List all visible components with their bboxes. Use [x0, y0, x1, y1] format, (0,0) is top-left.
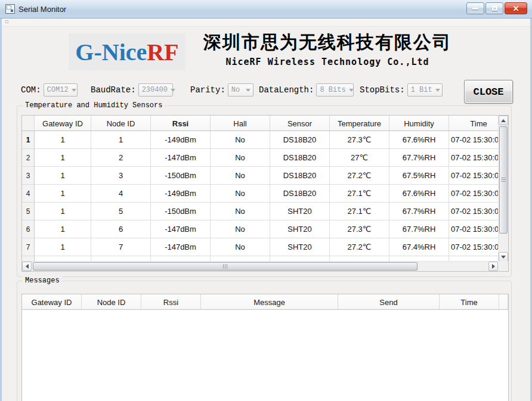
datalength-select[interactable]: 8 Bits: [316, 83, 354, 97]
title-bar[interactable]: Serial Monitor ✕: [0, 0, 532, 18]
table-cell[interactable]: SHT20: [270, 238, 330, 256]
table-row[interactable]: 616-147dBmNoSHT2027.3℃67.7%RH07-02 15:30…: [22, 220, 498, 238]
table-cell[interactable]: -150dBm: [151, 203, 211, 220]
table-cell[interactable]: DS18B20: [270, 131, 330, 149]
table-cell[interactable]: -147dBm: [151, 238, 211, 256]
column-header-temperature[interactable]: Temperature: [330, 116, 389, 131]
table-row[interactable]: 515-150dBmNoSHT2027.1℃67.7%RH07-02 15:30…: [22, 203, 498, 220]
stopbits-select[interactable]: 1 Bit: [407, 83, 443, 97]
table-cell[interactable]: No: [211, 167, 270, 185]
table-cell[interactable]: 1: [91, 131, 151, 149]
table-cell[interactable]: 07-02 15:30:07: [449, 203, 498, 220]
table-cell[interactable]: 27.2℃: [330, 167, 389, 185]
row-number[interactable]: 3: [22, 167, 35, 185]
vertical-scroll-thumb[interactable]: [499, 126, 508, 234]
table-cell[interactable]: -147dBm: [151, 149, 211, 167]
table-cell[interactable]: DS18B20: [270, 185, 330, 203]
baudrate-select[interactable]: 230400: [138, 83, 173, 97]
row-number[interactable]: 2: [22, 149, 35, 167]
table-cell[interactable]: 2: [91, 149, 151, 167]
table-row[interactable]: 414-149dBmNoDS18B2027.1℃67.6%RH07-02 15:…: [22, 185, 498, 203]
table-cell[interactable]: 1: [35, 185, 91, 203]
table-cell[interactable]: 1: [35, 167, 91, 185]
column-header-node-id[interactable]: Node ID: [91, 116, 151, 131]
table-cell[interactable]: DS18B20: [270, 149, 330, 167]
column-header-time[interactable]: Time: [449, 116, 498, 131]
column-header-sensor[interactable]: Sensor: [270, 116, 330, 131]
table-cell[interactable]: -150dBm: [151, 167, 211, 185]
scroll-left-button[interactable]: [22, 262, 32, 271]
table-cell[interactable]: 5: [91, 203, 151, 220]
column-header-node-id[interactable]: Node ID: [82, 294, 141, 310]
close-port-button[interactable]: CLOSE: [464, 80, 513, 104]
table-cell[interactable]: SHT20: [270, 203, 330, 220]
table-cell[interactable]: 67.5%RH: [389, 167, 449, 185]
table-cell[interactable]: 27.1℃: [330, 203, 389, 220]
column-header-gateway-id[interactable]: Gateway ID: [35, 116, 91, 131]
table-cell[interactable]: 27.2℃: [330, 238, 389, 256]
table-cell[interactable]: No: [211, 185, 270, 203]
table-row[interactable]: 212-147dBmNoDS18B2027℃67.7%RH07-02 15:30…: [22, 149, 498, 167]
row-number[interactable]: 6: [22, 220, 35, 238]
com-port-select[interactable]: COM12: [44, 83, 78, 97]
table-row[interactable]: 111-149dBmNoDS18B2027.3℃67.6%RH07-02 15:…: [22, 131, 498, 149]
table-cell[interactable]: DS18B20: [270, 167, 330, 185]
table-cell[interactable]: 07-02 15:30:05: [449, 167, 498, 185]
table-cell[interactable]: 07-02 15:30:09: [449, 238, 498, 256]
table-cell[interactable]: 1: [35, 238, 91, 256]
scroll-right-button[interactable]: [488, 262, 498, 271]
table-cell[interactable]: 27.3℃: [330, 220, 389, 238]
table-cell[interactable]: No: [211, 203, 270, 220]
minimize-button[interactable]: [466, 2, 484, 14]
horizontal-scrollbar[interactable]: [22, 261, 498, 271]
table-cell[interactable]: 1: [35, 149, 91, 167]
maximize-button[interactable]: [485, 2, 503, 14]
column-header-gateway-id[interactable]: Gateway ID: [22, 294, 82, 310]
row-number[interactable]: 4: [22, 185, 35, 203]
table-cell[interactable]: No: [211, 149, 270, 167]
table-cell[interactable]: 27.1℃: [330, 185, 389, 203]
table-cell[interactable]: No: [211, 220, 270, 238]
horizontal-scroll-thumb[interactable]: [33, 262, 417, 271]
table-cell[interactable]: 67.6%RH: [389, 185, 449, 203]
table-row[interactable]: 717-147dBmNoSHT2027.2℃67.4%RH07-02 15:30…: [22, 238, 498, 256]
vertical-scrollbar[interactable]: [498, 116, 508, 262]
table-cell[interactable]: 6: [91, 220, 151, 238]
column-header-message[interactable]: Message: [201, 294, 338, 310]
table-cell[interactable]: 1: [35, 131, 91, 149]
row-number[interactable]: 1: [22, 131, 35, 149]
table-cell[interactable]: 1: [35, 220, 91, 238]
table-cell[interactable]: 07-02 15:30:03: [449, 131, 498, 149]
table-cell[interactable]: 27℃: [330, 149, 389, 167]
column-header-humidity[interactable]: Humidity: [389, 116, 449, 131]
table-cell[interactable]: 07-02 15:30:06: [449, 185, 498, 203]
table-cell[interactable]: 27.3℃: [330, 131, 389, 149]
column-header-time[interactable]: Time: [440, 294, 499, 310]
column-header-rssi[interactable]: Rssi: [151, 116, 211, 131]
table-cell[interactable]: 67.7%RH: [389, 203, 449, 220]
table-cell[interactable]: 67.4%RH: [389, 238, 449, 256]
table-row[interactable]: 313-150dBmNoDS18B2027.2℃67.5%RH07-02 15:…: [22, 167, 498, 185]
table-cell[interactable]: 67.6%RH: [389, 131, 449, 149]
table-cell[interactable]: 3: [91, 167, 151, 185]
table-cell[interactable]: 4: [91, 185, 151, 203]
column-header-send[interactable]: Send: [338, 294, 440, 310]
row-number[interactable]: 5: [22, 203, 35, 220]
table-cell[interactable]: 07-02 15:30:04: [449, 149, 498, 167]
table-cell[interactable]: 7: [91, 238, 151, 256]
table-cell[interactable]: No: [211, 238, 270, 256]
table-cell[interactable]: 1: [35, 203, 91, 220]
table-cell[interactable]: -149dBm: [151, 131, 211, 149]
table-cell[interactable]: 67.7%RH: [389, 149, 449, 167]
column-header-hall[interactable]: Hall: [211, 116, 270, 131]
table-cell[interactable]: SHT20: [270, 220, 330, 238]
table-cell[interactable]: -149dBm: [151, 185, 211, 203]
parity-select[interactable]: No: [228, 83, 253, 97]
column-header-rssi[interactable]: Rssi: [141, 294, 201, 310]
scroll-down-button[interactable]: [499, 252, 508, 262]
scroll-up-button[interactable]: [499, 116, 508, 125]
table-cell[interactable]: No: [211, 131, 270, 149]
table-cell[interactable]: -147dBm: [151, 220, 211, 238]
table-cell[interactable]: 67.7%RH: [389, 220, 449, 238]
close-window-button[interactable]: ✕: [505, 2, 527, 14]
